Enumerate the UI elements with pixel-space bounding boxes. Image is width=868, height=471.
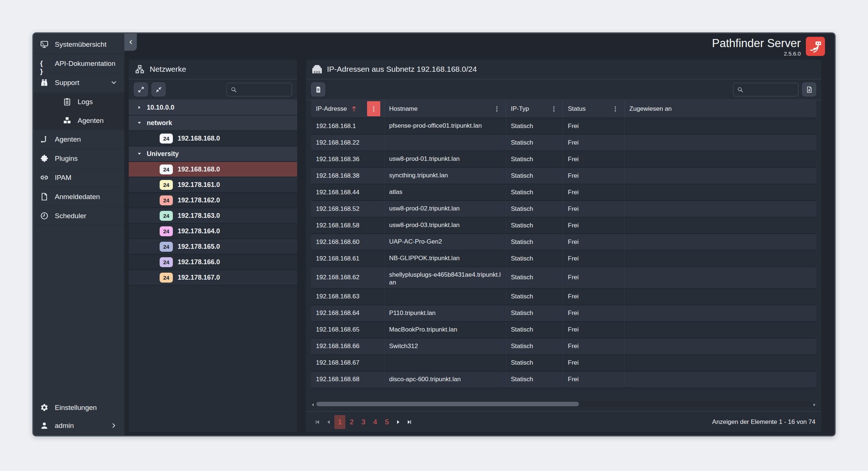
column-header-label: IP-Adresse — [316, 105, 347, 113]
column-header-label: IP-Typ — [511, 105, 529, 113]
tree-group-network[interactable]: network — [129, 116, 297, 131]
scroll-left-icon[interactable] — [311, 402, 315, 406]
app-window: Systemübersicht{ }API-DokumentationSuppo… — [32, 32, 836, 436]
sidebar-item-system-bersicht[interactable]: Systemübersicht — [33, 35, 124, 54]
column-header-hostname[interactable]: Hostname — [384, 100, 506, 117]
export-excel-button[interactable] — [802, 82, 816, 96]
column-header-ip-adresse[interactable]: IP-Adresse — [311, 100, 384, 117]
networks-panel-header: Netzwerke — [129, 60, 297, 79]
sidebar-item-admin[interactable]: admin — [33, 417, 124, 435]
column-header-status[interactable]: Status — [563, 100, 625, 117]
braces-icon: { } — [40, 59, 49, 68]
sidebar-collapse-button[interactable] — [124, 33, 137, 51]
page-button-1[interactable]: 1 — [334, 415, 345, 429]
table-row[interactable]: 192.168.168.44atlasStatischFrei — [311, 184, 816, 201]
table-row[interactable]: 192.168.168.68disco-apc-600.tripunkt.lan… — [311, 372, 816, 388]
tree-network-192-178-161-0[interactable]: 24192.178.161.0 — [129, 177, 297, 193]
networks-search-input[interactable] — [240, 86, 288, 93]
sidebar-item-support[interactable]: Support — [33, 73, 124, 92]
app-logo — [806, 37, 825, 56]
table-row[interactable]: 192.168.168.65MacBookPro.tripunkt.lanSta… — [311, 322, 816, 339]
table-row[interactable]: 192.168.168.62shellyplusplugs-e465b8431a… — [311, 267, 816, 289]
search-icon — [231, 86, 237, 93]
tree-network-192-168-168-0[interactable]: 24192.168.168.0 — [129, 131, 297, 146]
table-row[interactable]: 192.168.168.63StatischFrei — [311, 289, 816, 305]
table-row[interactable]: 192.168.168.60UAP-AC-Pro-Gen2StatischFre… — [311, 234, 816, 251]
document-view-button[interactable] — [311, 82, 325, 96]
next-page-button[interactable] — [393, 417, 404, 428]
table-row[interactable]: 192.168.168.36usw8-prod-01.tripunkt.lanS… — [311, 151, 816, 168]
last-page-icon — [406, 419, 412, 425]
column-header-zugewiesen-an[interactable]: Zugewiesen an — [625, 100, 816, 117]
column-menu-button[interactable] — [611, 105, 619, 113]
sidebar-item-einstellungen[interactable]: Einstellungen — [33, 399, 124, 417]
sidebar-item-plugins[interactable]: Plugins — [33, 149, 124, 168]
cell-ip-adresse: 192.168.168.36 — [311, 151, 384, 167]
scroll-right-icon[interactable] — [812, 402, 817, 406]
column-header-ip-typ[interactable]: IP-Typ — [506, 100, 563, 117]
column-menu-button[interactable] — [493, 105, 501, 113]
column-menu-button[interactable] — [367, 101, 380, 116]
tree-network-192-178-162-0[interactable]: 24192.178.162.0 — [129, 193, 297, 208]
sidebar-item-ipam[interactable]: IPAM — [33, 168, 124, 187]
page-button-3[interactable]: 3 — [358, 415, 369, 429]
sidebar-item-agenten[interactable]: Agenten — [33, 111, 124, 130]
cell-ip-typ: Statisch — [506, 251, 563, 266]
cell-hostname — [384, 135, 506, 150]
next-page-icon — [395, 419, 401, 425]
tree-collapse-all-button[interactable] — [152, 82, 166, 96]
table-row[interactable]: 192.168.168.1pfsense-prod-office01.tripu… — [311, 118, 816, 135]
cell-status: Frei — [563, 372, 625, 387]
table-row[interactable]: 192.168.168.64P110.tripunkt.lanStatischF… — [311, 305, 816, 322]
table-row[interactable]: 192.168.168.38syncthing.tripunkt.lanStat… — [311, 168, 816, 184]
page-button-5[interactable]: 5 — [381, 415, 392, 429]
sidebar-item-agenten[interactable]: Agenten — [33, 130, 124, 149]
tree-network-192-178-163-0[interactable]: 24192.178.163.0 — [129, 208, 297, 224]
column-header-label: Status — [568, 105, 586, 113]
sidebar-item-anmeldedaten[interactable]: Anmeldedaten — [33, 187, 124, 206]
cell-hostname — [384, 289, 506, 305]
page-button-4[interactable]: 4 — [370, 415, 381, 429]
tree-expand-all-button[interactable] — [134, 82, 148, 96]
ip-table: IP-AdresseHostnameIP-TypStatusZugewiesen… — [311, 100, 816, 411]
cell-ip-typ: Statisch — [506, 267, 563, 288]
sidebar-item-scheduler[interactable]: Scheduler — [33, 206, 124, 226]
page-button-2[interactable]: 2 — [346, 415, 357, 429]
cell-hostname: usw8-prod-01.tripunkt.lan — [384, 151, 506, 167]
table-row[interactable]: 192.168.168.58usw8-prod-03.tripunkt.lanS… — [311, 217, 816, 234]
tree-network-label: 192.178.161.0 — [178, 181, 220, 189]
cell-ip-typ: Statisch — [506, 305, 563, 321]
cell-zugewiesen-an — [625, 355, 816, 371]
table-row[interactable]: 192.168.168.67StatischFrei — [311, 355, 816, 372]
table-row[interactable]: 192.168.168.22StatischFrei — [311, 135, 816, 151]
sidebar-item-logs[interactable]: Logs — [33, 92, 124, 111]
tree-network-192-178-167-0[interactable]: 24192.178.167.0 — [129, 270, 297, 286]
sort-ascending-icon — [351, 105, 357, 112]
previous-page-button[interactable] — [323, 417, 334, 428]
tree-network-192-168-168-0[interactable]: 24192.168.168.0 — [129, 162, 297, 177]
sidebar-item-label: Agenten — [78, 117, 104, 125]
sidebar-item-api-dokumentation[interactable]: { }API-Dokumentation — [33, 54, 124, 73]
caret-down-icon — [137, 121, 142, 125]
tree-group-10-10-0-0[interactable]: 10.10.0.0 — [129, 100, 297, 116]
tree-network-192-178-164-0[interactable]: 24192.178.164.0 — [129, 224, 297, 239]
ip-search-input[interactable] — [746, 86, 794, 93]
table-row[interactable]: 192.168.168.52usw8-prod-02.tripunkt.lanS… — [311, 201, 816, 217]
tree-group-university[interactable]: University — [129, 146, 297, 162]
table-row[interactable]: 192.168.168.66Switch312StatischFrei — [311, 339, 816, 355]
ip-table-head: IP-AdresseHostnameIP-TypStatusZugewiesen… — [311, 100, 816, 118]
sidebar-item-label: Logs — [78, 98, 93, 106]
compress-icon — [155, 86, 162, 93]
last-page-button[interactable] — [404, 417, 415, 428]
first-page-button[interactable] — [312, 417, 323, 428]
pagination-summary: Anzeigen der Elemente 1 - 16 von 74 — [712, 418, 815, 426]
column-menu-button[interactable] — [550, 105, 558, 113]
cell-hostname: atlas — [384, 184, 506, 200]
column-header-label: Zugewiesen an — [629, 105, 672, 113]
scrollbar-thumb[interactable] — [316, 402, 579, 406]
caret-right-icon — [137, 105, 142, 110]
horizontal-scrollbar[interactable] — [311, 401, 816, 407]
table-row[interactable]: 192.168.168.61NB-GLIPPOK.tripunkt.lanSta… — [311, 251, 816, 267]
tree-network-192-178-165-0[interactable]: 24192.178.165.0 — [129, 239, 297, 255]
tree-network-192-178-166-0[interactable]: 24192.178.166.0 — [129, 255, 297, 270]
